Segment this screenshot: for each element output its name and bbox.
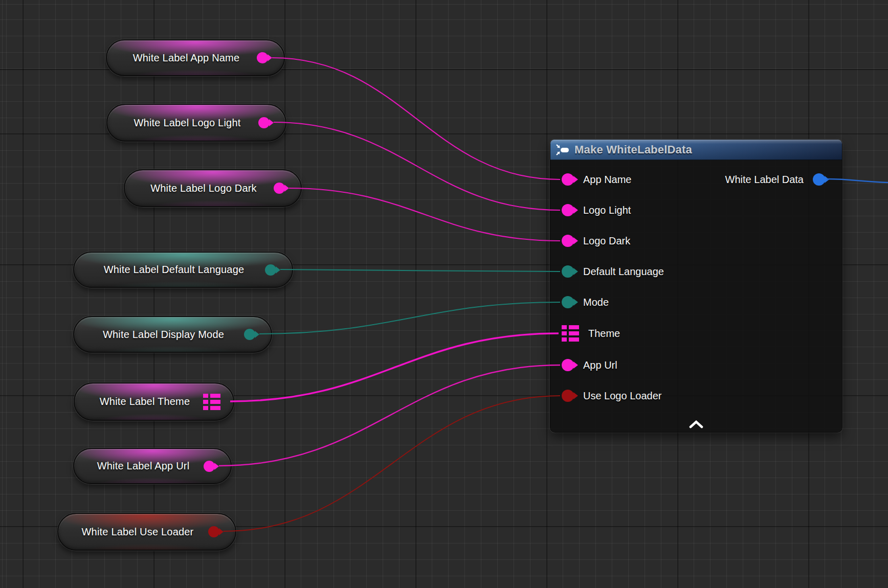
struct-grid-icon bbox=[203, 394, 220, 410]
pin-label: Mode bbox=[583, 297, 609, 308]
output-pin-enum[interactable] bbox=[265, 264, 276, 276]
input-pin-logo-dark[interactable] bbox=[562, 235, 574, 247]
wire-logo-light[interactable] bbox=[274, 122, 560, 210]
pin-row-app-name: App Name bbox=[562, 171, 632, 188]
pin-label: Theme bbox=[588, 328, 620, 340]
wire-app-url[interactable] bbox=[219, 365, 560, 466]
pin-row-logo-light: Logo Light bbox=[562, 202, 631, 218]
pin-row-theme: Theme bbox=[562, 325, 620, 342]
wire-logo-dark[interactable] bbox=[289, 188, 560, 241]
getter-node-white-label-logo-dark[interactable]: White Label Logo Dark bbox=[124, 169, 302, 207]
getter-node-white-label-logo-light[interactable]: White Label Logo Light bbox=[106, 104, 286, 142]
pin-row-use-logo-loader: Use Logo Loader bbox=[562, 388, 661, 404]
input-pin-use-logo-loader[interactable] bbox=[562, 390, 574, 402]
node-title: White Label Use Loader bbox=[82, 526, 194, 538]
pin-label: App Url bbox=[583, 359, 617, 371]
getter-node-white-label-default-language[interactable]: White Label Default Language bbox=[73, 252, 293, 288]
node-title: Make WhiteLabelData bbox=[574, 143, 692, 156]
pin-row-logo-dark: Logo Dark bbox=[562, 233, 630, 249]
node-title: White Label App Name bbox=[133, 52, 240, 64]
pin-row-mode: Mode bbox=[562, 294, 609, 310]
node-title: White Label Display Mode bbox=[103, 329, 224, 341]
pin-row-default-language: Default Language bbox=[562, 263, 664, 280]
input-pin-app-url[interactable] bbox=[562, 359, 574, 371]
pin-label: App Name bbox=[583, 174, 632, 186]
pin-label: Logo Dark bbox=[583, 235, 630, 247]
make-whitelabeldata-node[interactable]: Make WhiteLabelData App Name Logo Light … bbox=[550, 140, 842, 432]
wire-app-name[interactable] bbox=[272, 58, 560, 179]
make-struct-icon bbox=[556, 144, 569, 156]
getter-node-white-label-app-url[interactable]: White Label App Url bbox=[73, 448, 232, 484]
wire-theme[interactable] bbox=[230, 333, 559, 401]
node-header[interactable]: Make WhiteLabelData bbox=[550, 140, 842, 160]
blueprint-graph-canvas[interactable]: White Label App Name White Label Logo Li… bbox=[0, 0, 888, 588]
pin-label: Use Logo Loader bbox=[583, 390, 661, 402]
input-pin-app-name[interactable] bbox=[562, 173, 574, 186]
getter-node-white-label-use-loader[interactable]: White Label Use Loader bbox=[57, 513, 236, 551]
pin-label: White Label Data bbox=[725, 174, 804, 186]
node-title: White Label Theme bbox=[100, 396, 190, 408]
struct-grid-icon bbox=[562, 325, 579, 342]
pin-row-white-label-data: White Label Data bbox=[725, 171, 825, 188]
wire-use-loader[interactable] bbox=[224, 396, 560, 531]
node-title: White Label Logo Light bbox=[134, 117, 241, 129]
output-pin-boolean[interactable] bbox=[208, 526, 219, 537]
chevron-up-icon bbox=[689, 420, 704, 428]
output-pin-enum[interactable] bbox=[244, 329, 255, 340]
getter-node-white-label-display-mode[interactable]: White Label Display Mode bbox=[73, 316, 272, 353]
output-pin-object[interactable] bbox=[274, 183, 285, 194]
output-pin-object[interactable] bbox=[258, 117, 270, 128]
getter-node-white-label-app-name[interactable]: White Label App Name bbox=[106, 39, 285, 76]
output-pin-white-label-data[interactable] bbox=[813, 173, 825, 186]
pin-label: Logo Light bbox=[583, 205, 631, 216]
input-pin-logo-light[interactable] bbox=[562, 204, 574, 216]
output-pin-struct-grid-icon[interactable] bbox=[203, 394, 220, 410]
pin-label: Default Language bbox=[583, 266, 664, 278]
input-pin-theme-struct-grid-icon[interactable] bbox=[562, 325, 579, 342]
wire-display-mode[interactable] bbox=[259, 302, 560, 334]
wire-default-language[interactable] bbox=[280, 269, 560, 272]
input-pin-mode[interactable] bbox=[562, 296, 574, 308]
node-title: White Label App Url bbox=[97, 460, 190, 472]
getter-node-white-label-theme[interactable]: White Label Theme bbox=[74, 382, 234, 421]
output-pin-string[interactable] bbox=[257, 52, 268, 63]
input-pin-default-language[interactable] bbox=[562, 265, 574, 278]
collapse-node-button[interactable] bbox=[687, 420, 705, 429]
output-pin-string[interactable] bbox=[204, 461, 215, 472]
pin-row-app-url: App Url bbox=[562, 357, 617, 373]
node-title: White Label Logo Dark bbox=[150, 183, 257, 194]
node-title: White Label Default Language bbox=[104, 264, 245, 276]
